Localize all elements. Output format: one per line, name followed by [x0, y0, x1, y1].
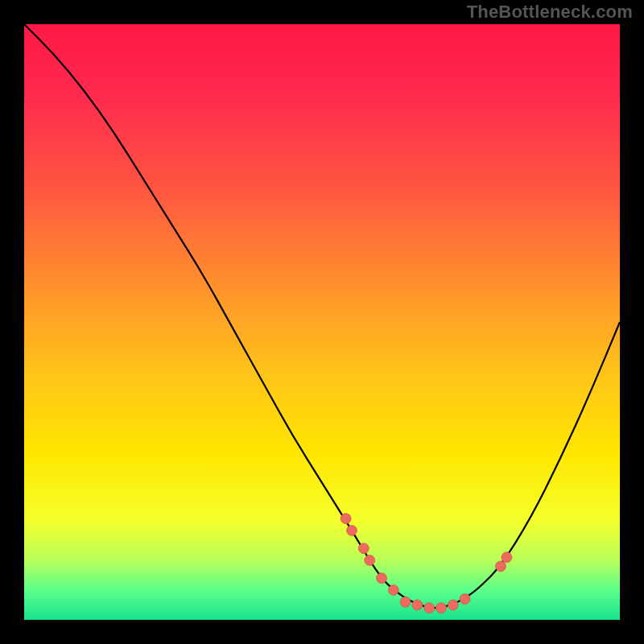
chart-marker — [388, 585, 398, 596]
bottleneck-curve-line — [24, 24, 620, 608]
chart-marker — [448, 600, 458, 610]
chart-marker — [424, 603, 435, 613]
chart-svg — [24, 24, 620, 620]
chart-marker — [436, 603, 447, 613]
chart-plot-area — [24, 24, 620, 620]
chart-marker — [502, 552, 512, 563]
chart-marker — [377, 573, 387, 584]
chart-marker — [365, 555, 375, 566]
chart-marker — [347, 526, 357, 536]
chart-marker — [460, 594, 470, 605]
chart-marker — [496, 561, 506, 572]
chart-frame: TheBottleneck.com — [0, 0, 644, 644]
highlighted-points-group — [341, 514, 512, 613]
chart-marker — [341, 514, 351, 524]
watermark-text: TheBottleneck.com — [467, 2, 633, 23]
chart-marker — [400, 597, 411, 607]
chart-marker — [412, 600, 423, 610]
chart-marker — [358, 543, 369, 554]
